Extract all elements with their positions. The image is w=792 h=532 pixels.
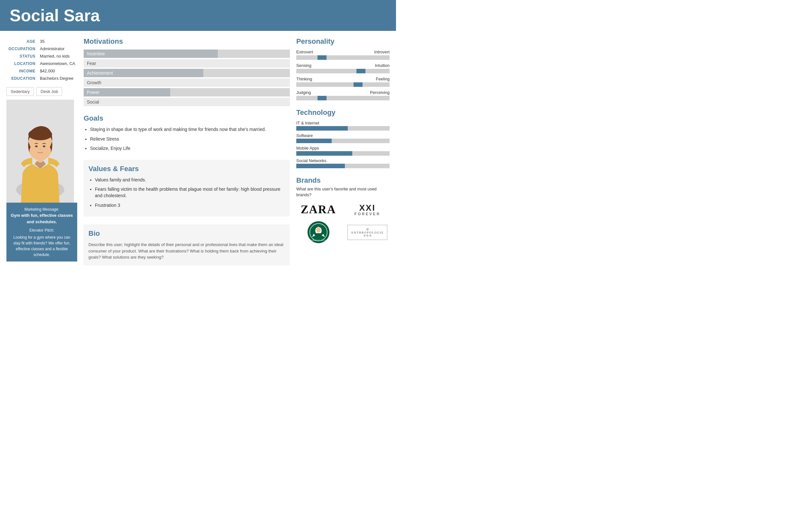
motivations-section: Motivations IncentiveFearAchievementGrow… (83, 37, 290, 106)
education-row: EDUCATION Bachelors Degree (7, 75, 77, 82)
avatar-svg (6, 100, 74, 203)
slider-thumb (354, 82, 362, 87)
value-item: Values family and friends. (95, 177, 285, 183)
goals-section: Goals Staying in shape due to type of wo… (83, 114, 290, 152)
slider-track (296, 82, 390, 87)
tech-bar-fill (296, 139, 332, 143)
slider-left-label: Thinking (296, 77, 312, 81)
motivation-label: Achievement (83, 71, 113, 76)
personality-slider-row: SensingIntuition (296, 63, 390, 73)
middle-column: Motivations IncentiveFearAchievementGrow… (83, 37, 290, 265)
right-column: Personality ExtrovertIntrovertSensingInt… (296, 37, 390, 265)
tech-bar-bg (296, 164, 390, 168)
tech-bar-bg (296, 126, 390, 131)
anthropologie-logo: ✿ ANTHROPOLOGIE ✿ ✿ ✿ (347, 225, 387, 240)
values-title: Values & Fears (89, 165, 285, 173)
age-value: 35 (39, 38, 77, 45)
technology-section: Technology IT & InternetSoftwareMobile A… (296, 108, 390, 168)
location-value: Awesometown, CA (39, 60, 77, 67)
motivation-label: Growth (83, 80, 101, 85)
motivation-bar: Achievement (83, 69, 290, 77)
brands-grid: ZARA XXI FOREVER (296, 203, 390, 244)
occupation-label: OCCUPATION (7, 45, 38, 52)
marketing-message: Gym with fun, effective classes and sche… (10, 212, 73, 225)
motivation-label: Fear (83, 61, 96, 66)
personality-slider-row: JudgingPerceiving (296, 90, 390, 100)
goal-item: Relieve Stress (90, 136, 290, 142)
goals-list: Staying in shape due to type of work and… (83, 127, 290, 152)
marketing-box: Marketing Message: Gym with fun, effecti… (6, 203, 77, 262)
elevator-pitch: Looking for a gym where you can stay fit… (10, 234, 73, 258)
brand-zara: ZARA (296, 203, 341, 216)
left-column: AGE 35 OCCUPATION Administrator STATUS M… (6, 37, 77, 265)
brands-description: What are this user's favorite and most u… (296, 186, 390, 198)
motivation-bar: Incentive (83, 50, 290, 58)
location-label: LOCATION (7, 60, 38, 67)
status-label: STATUS (7, 53, 38, 59)
tech-item: Mobile Apps (296, 146, 390, 156)
slider-left-label: Sensing (296, 63, 312, 68)
svg-point-10 (316, 227, 321, 232)
tech-bar-fill (296, 164, 345, 168)
main-content: AGE 35 OCCUPATION Administrator STATUS M… (0, 31, 396, 272)
age-label: AGE (7, 38, 38, 45)
slider-right-label: Introvert (374, 50, 390, 54)
value-item: Frustration 3 (95, 202, 285, 209)
motivation-label: Incentive (83, 51, 105, 56)
slider-thumb (356, 69, 365, 73)
personality-title: Personality (296, 37, 390, 46)
slider-thumb (318, 55, 326, 60)
svg-point-4 (28, 129, 52, 140)
tech-bar-bg (296, 151, 390, 156)
brand-anthropologie: ✿ ANTHROPOLOGIE ✿ ✿ ✿ (345, 221, 390, 244)
brands-title: Brands (296, 176, 390, 185)
motivation-label: Power (83, 90, 100, 95)
tech-bars: IT & InternetSoftwareMobile AppsSocial N… (296, 121, 390, 168)
slider-track (296, 69, 390, 73)
tech-item: IT & Internet (296, 121, 390, 131)
elevator-pitch-label: Elevator Pitch: (10, 227, 73, 233)
location-row: LOCATION Awesometown, CA (7, 60, 77, 67)
tech-label: Mobile Apps (296, 146, 390, 151)
motivation-bar: Power (83, 88, 290, 96)
goal-item: Socialize, Enjoy Life (90, 145, 290, 152)
avatar-container (6, 100, 74, 203)
brands-section: Brands What are this user's favorite and… (296, 176, 390, 244)
brand-xxi: XXI FOREVER (345, 203, 390, 216)
education-value: Bachelors Degree (39, 75, 77, 82)
value-item: Fears falling victim to the health probl… (95, 186, 285, 199)
income-label: INCOME (7, 68, 38, 74)
tech-bar-fill (296, 126, 348, 131)
values-section: Values & Fears Values family and friends… (83, 160, 290, 216)
svg-point-5 (35, 145, 38, 147)
technology-title: Technology (296, 108, 390, 117)
motivation-item: Power (83, 88, 290, 96)
header: Social Sara (0, 0, 396, 31)
slider-left-label: Extrovert (296, 50, 313, 54)
motivation-item: Growth (83, 78, 290, 87)
slider-right-label: Intuition (375, 63, 390, 68)
status-row: STATUS Married, no kids (7, 53, 77, 59)
tech-label: Software (296, 133, 390, 138)
motivation-item: Incentive (83, 50, 290, 58)
motivations-title: Motivations (83, 37, 290, 46)
tag-desk-job: Desk Job (36, 87, 62, 96)
bio-title: Bio (89, 229, 285, 238)
brand-starbucks: STARBUCKS COFFEE (296, 221, 341, 244)
personality-slider-row: ThinkingFeeling (296, 77, 390, 87)
starbucks-logo-svg: STARBUCKS COFFEE (307, 221, 330, 244)
age-row: AGE 35 (7, 38, 77, 45)
bio-section: Bio Describe this user; highlight the de… (83, 225, 290, 265)
goal-item: Staying in shape due to type of work and… (90, 127, 290, 133)
income-value: $42,000 (39, 68, 77, 74)
status-value: Married, no kids (39, 53, 77, 59)
tech-bar-bg (296, 139, 390, 143)
motivation-bar: Growth (83, 78, 290, 87)
occupation-value: Administrator (39, 45, 77, 52)
occupation-row: OCCUPATION Administrator (7, 45, 77, 52)
motivations-bars: IncentiveFearAchievementGrowthPowerSocia… (83, 50, 290, 106)
education-label: EDUCATION (7, 75, 38, 82)
tech-label: Social Networks (296, 158, 390, 163)
tech-label: IT & Internet (296, 121, 390, 126)
personality-sliders: ExtrovertIntrovertSensingIntuitionThinki… (296, 50, 390, 100)
